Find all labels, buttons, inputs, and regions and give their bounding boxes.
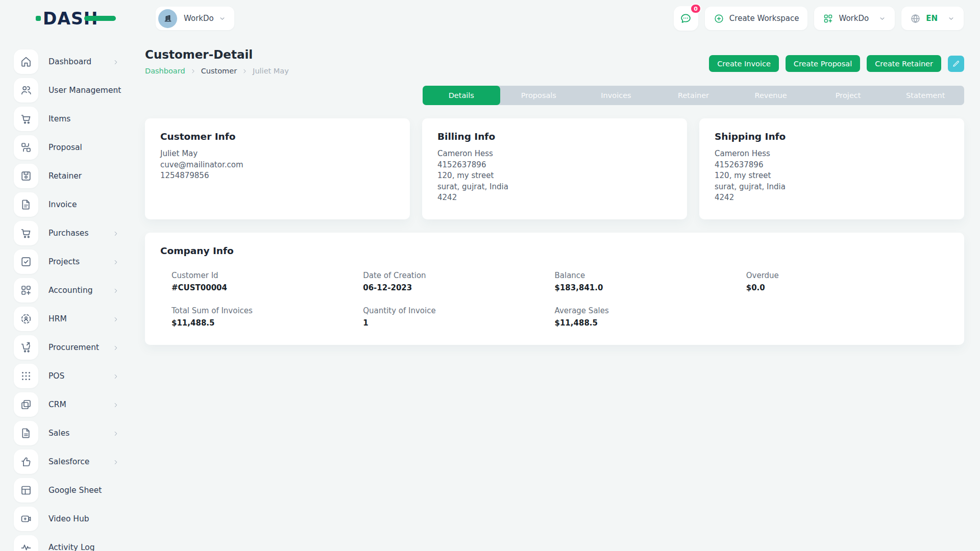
cart-icon [14, 107, 38, 131]
sidebar-item-projects[interactable]: Projects [0, 247, 141, 276]
main-content: Customer-Detail DashboardCustomerJuliet … [145, 37, 964, 345]
create-invoice-button[interactable]: Create Invoice [709, 55, 779, 72]
card-line: cuve@mailinator.com [160, 160, 395, 171]
sidebar-item-label: User Management [48, 86, 121, 95]
sidebar-item-video-hub[interactable]: Video Hub [0, 505, 141, 533]
sidebar-item-google-sheet[interactable]: Google Sheet [0, 476, 141, 505]
field-label: Average Sales [555, 306, 746, 315]
sidebar-item-purchases[interactable]: Purchases [0, 219, 141, 247]
person-circle-icon [14, 307, 38, 331]
field-value: $0.0 [746, 283, 938, 292]
workspace-selector[interactable]: WorkDo [156, 7, 234, 30]
app-switcher-label: WorkDo [839, 14, 869, 23]
create-proposal-button[interactable]: Create Proposal [786, 55, 860, 72]
card-line: Juliet May [160, 148, 395, 160]
field-label: Date of Creation [363, 271, 554, 280]
field-label: Quantity of Invoice [363, 306, 554, 315]
company-field-total-sum-of-invoices: Total Sum of Invoices$11,488.5 [172, 306, 363, 328]
billing-info-card: Billing InfoCameron Hess4152637896120, m… [422, 118, 687, 219]
tab-project[interactable]: Project [810, 86, 887, 105]
sidebar-item-dashboard[interactable]: Dashboard [0, 47, 141, 76]
shipping-info-card: Shipping InfoCameron Hess4152637896120, … [699, 118, 964, 219]
card-line: 120, my street [715, 170, 949, 182]
edit-customer-button[interactable] [948, 56, 964, 72]
sidebar-item-retainer[interactable]: Retainer [0, 162, 141, 190]
activity-icon [14, 535, 38, 551]
sidebar-item-sales[interactable]: Sales [0, 419, 141, 447]
swap-squares-icon [14, 135, 38, 160]
field-label: Total Sum of Invoices [172, 306, 363, 315]
breadcrumb: DashboardCustomerJuliet May [145, 67, 289, 75]
company-info-title: Company Info [160, 245, 949, 256]
chevron-right-icon [112, 58, 119, 65]
breadcrumb-juliet-may: Juliet May [253, 67, 289, 75]
chevron-right-icon [190, 68, 197, 74]
save-icon [14, 164, 38, 188]
breadcrumb-dashboard[interactable]: Dashboard [145, 67, 185, 75]
users-icon [14, 78, 38, 103]
sidebar-item-label: POS [48, 371, 64, 381]
messages-button[interactable]: 0 [674, 6, 698, 31]
create-retainer-button[interactable]: Create Retainer [867, 55, 941, 72]
chevron-right-icon [112, 344, 119, 351]
chevron-right-icon [241, 68, 248, 74]
chevron-right-icon [112, 230, 119, 237]
page-title: Customer-Detail [145, 48, 289, 61]
tab-proposals[interactable]: Proposals [500, 86, 578, 105]
tab-invoices[interactable]: Invoices [577, 86, 655, 105]
sidebar-item-label: Procurement [48, 343, 99, 352]
chevron-down-icon [878, 15, 886, 22]
language-label: EN [926, 14, 938, 23]
create-workspace-button[interactable]: Create Workspace [705, 7, 808, 30]
sidebar-item-label: Activity Log [48, 543, 95, 551]
sidebar-item-hrm[interactable]: HRM [0, 305, 141, 333]
tab-revenue[interactable]: Revenue [732, 86, 810, 105]
sidebar-item-salesforce[interactable]: Salesforce [0, 447, 141, 476]
card-line: 4152637896 [437, 160, 672, 171]
sidebar-item-label: HRM [48, 314, 67, 323]
chevron-right-icon [112, 258, 119, 265]
chevron-right-icon [112, 287, 119, 294]
sidebar-item-user-management[interactable]: User Management [0, 76, 141, 105]
pencil-icon [952, 60, 960, 68]
cart-arrow-icon [14, 335, 38, 360]
sidebar-item-accounting[interactable]: Accounting [0, 276, 141, 305]
field-value: 06-12-2023 [363, 283, 554, 292]
chevron-down-icon [218, 15, 226, 22]
chevron-right-icon [112, 87, 119, 94]
messages-badge: 0 [690, 4, 701, 14]
language-selector[interactable]: EN [901, 7, 964, 30]
sidebar-item-proposal[interactable]: Proposal [0, 133, 141, 162]
field-label: Balance [555, 271, 746, 280]
field-label: Overdue [746, 271, 938, 280]
sidebar-item-items[interactable]: Items [0, 105, 141, 133]
card-line: 4152637896 [715, 160, 949, 171]
sidebar-item-invoice[interactable]: Invoice [0, 190, 141, 219]
company-field-quantity-of-invoice: Quantity of Invoice1 [363, 306, 554, 328]
table-icon [14, 478, 38, 503]
file-icon [14, 421, 38, 445]
card-line: 4242 [715, 192, 949, 204]
sidebar-item-label: Projects [48, 257, 80, 266]
dash-logo: DASH [36, 10, 100, 27]
sidebar-item-procurement[interactable]: Procurement [0, 333, 141, 362]
card-title: Customer Info [160, 131, 395, 142]
app-switcher-button[interactable]: WorkDo [814, 7, 895, 30]
tab-statement[interactable]: Statement [887, 86, 964, 105]
tab-details[interactable]: Details [423, 86, 500, 105]
sidebar-item-crm[interactable]: CRM [0, 390, 141, 419]
card-line: 1254879856 [160, 170, 395, 182]
sidebar-item-label: Invoice [48, 200, 77, 209]
sidebar-nav: DashboardUser ManagementItemsProposalRet… [0, 47, 141, 551]
overlap-squares-icon [14, 392, 38, 417]
file-text-icon [14, 192, 38, 217]
cart-icon [14, 221, 38, 245]
sidebar-item-pos[interactable]: POS [0, 362, 141, 390]
breadcrumb-customer[interactable]: Customer [201, 67, 237, 75]
tab-retainer[interactable]: Retainer [655, 86, 732, 105]
card-line: Cameron Hess [437, 148, 672, 160]
grid-plus-icon [823, 13, 834, 24]
card-line: 4242 [437, 192, 672, 204]
sidebar-item-activity-log[interactable]: Activity Log [0, 533, 141, 551]
grid-plus-icon [14, 278, 38, 303]
